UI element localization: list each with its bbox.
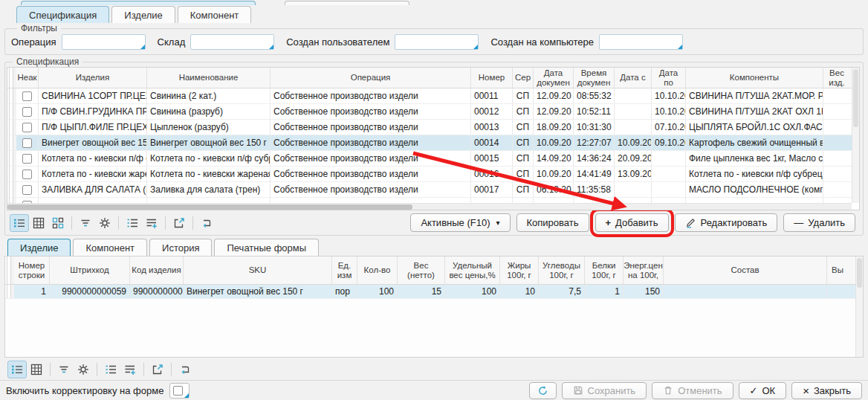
col-header-qty[interactable]: Кол-во	[357, 257, 398, 284]
close-button[interactable]: × Закрыть	[791, 382, 862, 399]
save-label: Сохранить	[588, 385, 636, 396]
filter-input-text[interactable]	[395, 35, 478, 49]
refresh-button[interactable]	[529, 382, 557, 399]
vertical-scrollbar-thumb[interactable]	[853, 69, 858, 127]
refresh-loop-icon[interactable]	[175, 361, 195, 378]
filter-input-text[interactable]	[600, 35, 682, 49]
col-header-date-to[interactable]: Дата по	[652, 68, 686, 88]
main-tab[interactable]: Спецификация	[16, 6, 109, 23]
detail-tab[interactable]: Компонент	[73, 239, 147, 256]
horizontal-scrollbar[interactable]	[7, 203, 852, 210]
detail-tab[interactable]: Изделие	[7, 239, 71, 256]
col-header-name[interactable]: Наименование	[147, 68, 271, 88]
col-header-carbs[interactable]: Углеводы 100г, г	[539, 257, 585, 284]
col-header-item-code[interactable]: Код изделия	[130, 257, 184, 284]
add-row-icon[interactable]	[120, 361, 140, 378]
spec-table-row[interactable]	[7, 198, 852, 203]
col-header-net-weight[interactable]: Вес (нетто)	[398, 257, 445, 284]
filter-input[interactable]	[190, 34, 274, 50]
spec-table-row[interactable]: П/Ф ЦЫПЛ.ФИЛЕ ПР.ЦЕХ 1КГ (27429 Цыпленок…	[7, 120, 852, 135]
main-tab[interactable]: Изделие	[111, 6, 175, 23]
copy-button[interactable]: Копировать	[516, 213, 589, 232]
col-header-doc-date[interactable]: Дата докумен	[534, 68, 574, 88]
filter-input[interactable]	[62, 34, 146, 50]
col-header-inactive[interactable]: Неак	[16, 68, 39, 88]
cell-date-to: 07.10.20	[652, 120, 686, 135]
col-header-energy[interactable]: Энерг.цен на 100г,	[624, 257, 664, 284]
cell-number: 00016	[471, 167, 513, 181]
bullet-list-view-icon[interactable]	[7, 361, 27, 378]
vertical-scrollbar[interactable]	[855, 257, 863, 357]
ok-button[interactable]: ✓ ОК	[739, 382, 787, 399]
filter-icon[interactable]	[54, 361, 74, 378]
spec-table-row[interactable]: Котлета по - киевски жареная (870 Котлет…	[7, 167, 852, 182]
col-header-series[interactable]: Сер	[513, 68, 534, 88]
filter-input-text[interactable]	[62, 35, 145, 49]
settings-gear-icon[interactable]	[95, 214, 114, 232]
main-tab[interactable]: Компонент	[178, 6, 252, 23]
col-header-weight[interactable]: Вес изд.	[823, 68, 850, 88]
table-grid-icon[interactable]	[29, 214, 48, 232]
row-checkbox[interactable]	[22, 123, 32, 132]
col-header-sku[interactable]: SKU	[184, 257, 332, 284]
col-header-date-from[interactable]: Дата с	[615, 68, 652, 88]
spec-table-row[interactable]: Котлета по - киевски п/ф охл (87014 Котл…	[7, 151, 852, 167]
col-header-row-number[interactable]: Номер строки	[14, 257, 50, 284]
horizontal-scrollbar-thumb[interactable]	[7, 204, 412, 210]
col-header-number[interactable]: Номер	[471, 68, 513, 88]
col-header-fats[interactable]: Жиры 100г, г	[500, 257, 539, 284]
save-button[interactable]: Сохранить	[562, 382, 647, 399]
filter-input[interactable]	[599, 34, 683, 50]
edit-button[interactable]: Редактировать	[675, 213, 778, 232]
open-in-new-icon[interactable]	[148, 361, 167, 378]
col-header-unit[interactable]: Ед. изм	[332, 257, 357, 284]
row-checkbox[interactable]	[22, 91, 32, 101]
detail-tab[interactable]: Печатные формы	[214, 239, 319, 256]
row-checkbox[interactable]	[22, 138, 32, 148]
spec-table-row[interactable]: СВИНИНА 1СОРТ ПР.ЦЕХ 1КГ (2991 Свинина (…	[7, 88, 852, 104]
bullet-list-view-icon[interactable]	[10, 214, 29, 232]
col-header-doc-time[interactable]: Время докумен	[574, 68, 615, 88]
filter-icon[interactable]	[76, 214, 95, 232]
table-grid-icon[interactable]	[27, 361, 46, 378]
active-filter-button[interactable]: Активные (F10) ▾	[410, 213, 510, 232]
cell-unit: пор	[332, 285, 357, 298]
detail-table-row[interactable]: 1 9900000000059 9900000000( Винегрет ово…	[5, 285, 855, 299]
delete-button[interactable]: — Удалить	[783, 213, 855, 232]
col-header-composition[interactable]: Состав	[664, 257, 827, 284]
refresh-loop-icon[interactable]	[197, 214, 216, 232]
vertical-scrollbar-thumb[interactable]	[857, 258, 862, 288]
open-in-new-icon[interactable]	[169, 214, 189, 232]
row-checkbox[interactable]	[22, 154, 32, 164]
row-checkbox[interactable]	[22, 201, 32, 204]
col-header-components[interactable]: Компоненты	[686, 68, 823, 88]
filter-input-text[interactable]	[191, 35, 273, 49]
row-checkbox[interactable]	[22, 107, 32, 117]
add-button[interactable]: + Добавить	[595, 213, 669, 232]
col-header-products[interactable]: Изделия	[39, 68, 147, 88]
correction-checkbox[interactable]	[173, 386, 183, 396]
row-checkbox[interactable]	[22, 185, 32, 195]
correction-checkbox-frame[interactable]	[169, 383, 190, 399]
row-checkbox[interactable]	[22, 170, 32, 179]
numbered-list-icon[interactable]	[101, 361, 120, 378]
detail-tab[interactable]: История	[149, 239, 212, 256]
filter-input[interactable]	[395, 34, 479, 50]
spec-table-row[interactable]: Винегрет овощной вес 150 г (99000 Винегр…	[7, 135, 852, 151]
col-header-proteins[interactable]: Белки 100г, г	[585, 257, 624, 284]
cell-series: СП	[513, 167, 534, 181]
col-header-barcode[interactable]: Штрихкод	[50, 257, 130, 284]
col-header-price-share[interactable]: Удельный вес цены,%	[445, 257, 500, 284]
add-row-icon[interactable]	[142, 214, 161, 232]
col-header-output[interactable]: Вы	[827, 257, 855, 284]
row-gutter	[7, 167, 16, 181]
settings-gear-icon[interactable]	[74, 361, 93, 378]
spec-table-row[interactable]: ЗАЛИВКА ДЛЯ САЛАТА (изделие) Заливка для…	[7, 182, 852, 198]
spec-table-row[interactable]: П/Ф СВИН.ГРУДИНКА ПР.ЦЕХ 1КГ (2 Свинина …	[7, 104, 852, 120]
col-header-operation[interactable]: Операция	[271, 68, 471, 88]
numbered-list-icon[interactable]	[123, 214, 142, 232]
vertical-scrollbar[interactable]	[852, 68, 859, 203]
cell-series: СП	[513, 135, 534, 150]
layout-blocks-icon[interactable]	[48, 214, 68, 232]
cancel-button[interactable]: Отменить	[652, 382, 733, 399]
